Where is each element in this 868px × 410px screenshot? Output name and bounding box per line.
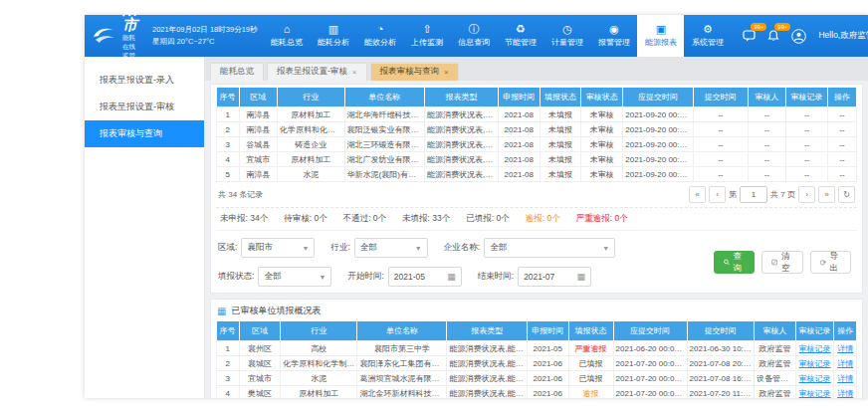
table-cell: 5 [217,167,240,182]
close-icon[interactable]: × [444,68,449,77]
filter-行业: 行业:全部▼ [330,238,427,258]
table-cell: 2021-06 [527,386,568,399]
nav-item-能耗总览[interactable]: ⌂能耗总览 [263,15,310,57]
table-cell: 2021-07-08 20:07:58 [687,356,755,371]
filter-select-填报状态[interactable]: 全部▼ [258,267,331,287]
filter-select-企业名称[interactable]: 全部▼ [484,238,615,258]
column-header-序号: 序号 [217,88,240,107]
sidebar-item[interactable]: 报表审核与查询 [85,120,204,147]
nav-item-报警管理[interactable]: ◉报警管理 [590,15,637,57]
datetime-block: 2021年09月02日 18时39分19秒 星期四 20°C~27°C [146,24,263,48]
table-cell: 2021-08 [498,167,540,182]
audit-record-link[interactable]: 审核记录 [799,374,831,383]
summary-逾报: 逾报: 0个 [526,213,560,225]
filter-date-结束时间[interactable]: 2021-07▦ [518,267,591,287]
table-cell: 樊城区 [239,386,281,399]
table-cell: 详情 [834,356,857,371]
sidebar-item[interactable]: 报表呈报设置-录入 [85,67,204,94]
table-cell: 水泥 [278,167,345,182]
audit-record-link[interactable]: 审核记录 [799,344,831,353]
table-cell: 宜城市 [239,152,278,167]
table-cell: 水泥 [281,371,357,386]
user-avatar-icon[interactable] [791,29,806,44]
table-row: 2南漳县化学原料和化学制品制造业襄阳泛银实业有限公司能源消费状况表,能效指标..… [217,122,857,137]
tab-报表审核与查询[interactable]: 报表审核与查询× [370,63,459,81]
city-logo-icon [92,25,117,47]
pending-report-table: 序号区域行业单位名称报表类型申报时间填报状态审核状态应提交时间提交时间审核人审核… [216,88,857,182]
filter-select-区域[interactable]: 襄阳市▼ [241,238,315,258]
table-cell: -- [786,137,828,152]
info-icon: ⓘ [468,24,479,35]
app-window: 襄阳市 能耗在线监管系统 | 政府端 2021年09月02日 18时39分19秒… [85,15,868,398]
table-cell: -- [748,167,786,182]
first-page-button[interactable]: « [689,186,706,203]
table-cell: 襄阳市第三中学 [357,341,447,356]
search-button[interactable]: 查询 [714,251,756,274]
table-cell: 设备管理员 [755,371,796,386]
close-icon[interactable]: × [352,68,357,77]
table-cell: 能源消费状况表,能效指标... [424,167,498,182]
table-cell: 华新水泥(襄阳)有限公司 [344,167,424,182]
table-cell: -- [693,137,748,152]
message-icon[interactable]: 99+ [743,30,756,42]
nav-item-系统管理[interactable]: ⚙系统管理 [684,15,731,57]
sidebar-item[interactable]: 报表呈报设置-审核 [85,94,204,120]
nav-item-能效分析[interactable]: ◔能效分析 [356,15,403,57]
nav-item-节能管理[interactable]: ♻节能管理 [497,15,543,57]
nav-item-能耗分析[interactable]: ▥能耗分析 [310,15,356,57]
notification-bell-icon[interactable]: 99+ [767,30,779,42]
tab-label: 报表呈报设置-审核 [277,66,347,78]
table-cell: 原材料加工 [278,152,345,167]
detail-link[interactable]: 详情 [837,359,853,368]
table-cell: -- [693,107,748,122]
table-cell: 襄州区 [239,341,281,356]
prev-page-button[interactable]: ‹ [709,186,726,203]
table-cell: 逾报 [568,386,613,399]
nav-item-能源报表[interactable]: ▣能源报表 [637,15,684,57]
column-header-审核状态: 审核状态 [581,88,623,107]
table-cell: 2021-06 [527,371,568,386]
table-cell: -- [693,152,748,167]
detail-link[interactable]: 详情 [837,344,853,353]
user-greeting[interactable]: Hello,政府监管 [818,30,868,42]
last-page-button[interactable]: » [818,186,835,203]
city-name: 襄阳市 [122,0,139,34]
tab-报表呈报设置-审核[interactable]: 报表呈报设置-审核× [267,63,367,81]
column-header-行业: 行业 [281,321,357,341]
summary-不通过: 不通过: 0个 [343,213,386,225]
tab-能耗总览[interactable]: 能耗总览 [210,63,264,81]
audit-record-link[interactable]: 审核记录 [799,359,831,368]
column-header-操作: 操作 [834,321,857,341]
column-header-序号: 序号 [217,321,240,341]
nav-item-信息查询[interactable]: ⓘ信息查询 [450,15,497,57]
system-icon: ⚙ [703,24,713,35]
table-cell: 未填报 [540,122,581,137]
clear-button[interactable]: 清空 [761,251,803,274]
next-page-button[interactable]: › [798,186,815,203]
nav-item-上传监测[interactable]: ⇧上传监测 [403,15,450,57]
page-number-input[interactable] [740,186,767,203]
table-row: 3宜城市水泥葛洲坝宜城水泥有限公司能源消费状况表,能效指标情...2021-06… [217,371,857,386]
table-cell: -- [786,152,828,167]
refresh-icon[interactable]: ↻ [838,186,855,203]
page: 襄阳市 能耗在线监管系统 | 政府端 2021年09月02日 18时39分19秒… [0,0,868,410]
table-cell: 谷城县 [239,137,278,152]
table-cell: 政府监管 [755,341,796,356]
audit-record-link[interactable]: 审核记录 [799,389,831,398]
filter-date-开始时间[interactable]: 2021-05▦ [388,267,462,287]
export-button[interactable]: 导出 [810,251,852,274]
page-total: 共 7 页 [770,189,795,200]
column-header-行业: 行业 [278,88,345,107]
detail-link[interactable]: 详情 [837,389,853,398]
column-header-操作: 操作 [827,88,856,107]
table-row: 1南漳县原材料加工湖北华海纤维科技股份有...能源消费状况表,能效指标...20… [217,107,857,122]
audited-overview-table: 序号区域行业单位名称报表类型申报时间填报状态应提交时间提交时间审核人审核记录操作… [216,321,857,398]
table-cell: 1 [217,341,240,356]
detail-link[interactable]: 详情 [837,374,853,383]
filter-select-行业[interactable]: 全部▼ [354,238,428,258]
column-header-提交时间: 提交时间 [687,321,755,341]
table-cell: 襄阳泛银实业有限公司 [344,122,424,137]
table-cell: 2021-06 [527,356,568,371]
nav-item-计量管理[interactable]: ◷计量管理 [543,15,590,57]
table-cell: 未审核 [581,107,623,122]
